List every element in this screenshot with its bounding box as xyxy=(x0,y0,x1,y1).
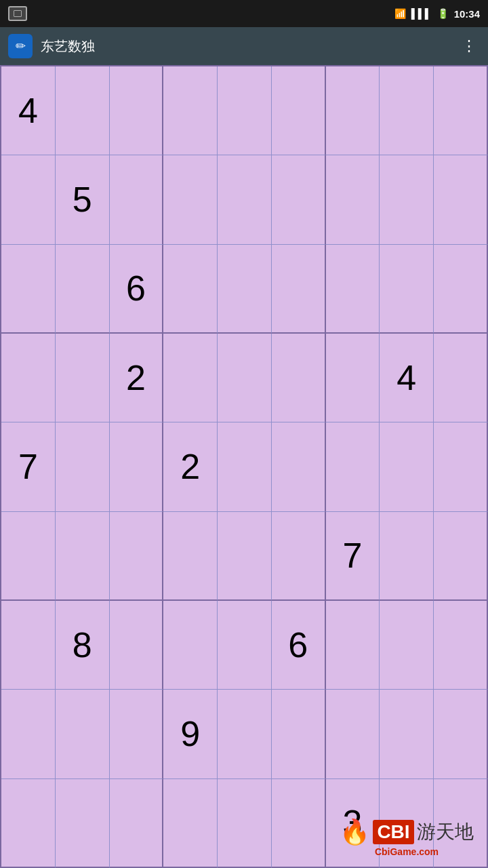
app-icon xyxy=(8,34,33,58)
cell-8-2[interactable] xyxy=(110,779,164,868)
cell-7-4[interactable] xyxy=(218,690,272,778)
cell-5-1[interactable] xyxy=(56,512,110,601)
cell-4-8[interactable] xyxy=(434,422,488,511)
cell-5-7[interactable] xyxy=(380,512,434,601)
cell-8-3[interactable] xyxy=(163,779,218,868)
cell-2-2[interactable]: 6 xyxy=(110,245,164,334)
cell-2-7[interactable] xyxy=(380,245,434,334)
cell-5-5[interactable] xyxy=(272,512,326,601)
cell-8-0[interactable] xyxy=(1,779,56,868)
cell-5-3[interactable] xyxy=(163,512,218,601)
cell-2-5[interactable] xyxy=(272,245,326,334)
cell-1-2[interactable] xyxy=(110,155,164,244)
cell-4-5[interactable] xyxy=(272,422,326,511)
status-left xyxy=(8,0,27,27)
cell-0-4[interactable] xyxy=(218,66,272,155)
cell-3-6[interactable] xyxy=(326,334,380,422)
status-time: 10:34 xyxy=(454,8,480,20)
cell-1-1[interactable]: 5 xyxy=(56,155,110,244)
cell-5-6[interactable]: 7 xyxy=(326,512,380,601)
cell-2-4[interactable] xyxy=(218,245,272,334)
cell-0-0[interactable]: 4 xyxy=(1,66,56,155)
cell-5-2[interactable] xyxy=(110,512,164,601)
cell-3-1[interactable] xyxy=(56,334,110,422)
cell-7-0[interactable] xyxy=(1,690,56,778)
cell-3-5[interactable] xyxy=(272,334,326,422)
cell-5-4[interactable] xyxy=(218,512,272,601)
cell-8-5[interactable] xyxy=(272,779,326,868)
cell-3-3[interactable] xyxy=(163,334,218,422)
cell-7-6[interactable] xyxy=(326,690,380,778)
cell-7-1[interactable] xyxy=(56,690,110,778)
cell-3-2[interactable]: 2 xyxy=(110,334,164,422)
cell-3-8[interactable] xyxy=(434,334,488,422)
cell-7-7[interactable] xyxy=(380,690,434,778)
cell-8-1[interactable] xyxy=(56,779,110,868)
sudoku-grid-area: 456247278693 🔥 CBI 游天地 CbiGame.com xyxy=(0,65,488,868)
sudoku-grid[interactable]: 456247278693 xyxy=(0,65,488,868)
cell-4-4[interactable] xyxy=(218,422,272,511)
signal-icon: ▌▌▌ xyxy=(411,8,432,19)
overflow-menu-button[interactable]: ⋮ xyxy=(462,37,477,55)
cell-3-4[interactable] xyxy=(218,334,272,422)
cell-4-3[interactable]: 2 xyxy=(163,422,218,511)
cell-2-1[interactable] xyxy=(56,245,110,334)
app-bar: 东艺数独 ⋮ xyxy=(0,27,488,65)
cell-6-1[interactable]: 8 xyxy=(56,601,110,690)
cell-8-7[interactable] xyxy=(380,779,434,868)
cell-1-6[interactable] xyxy=(326,155,380,244)
cell-6-8[interactable] xyxy=(434,601,488,690)
cell-1-7[interactable] xyxy=(380,155,434,244)
cell-1-4[interactable] xyxy=(218,155,272,244)
battery-icon: 🔋 xyxy=(437,8,449,19)
screenshot-icon xyxy=(8,6,27,21)
cell-5-0[interactable] xyxy=(1,512,56,601)
cell-4-7[interactable] xyxy=(380,422,434,511)
cell-0-2[interactable] xyxy=(110,66,164,155)
cell-2-8[interactable] xyxy=(434,245,488,334)
cell-4-6[interactable] xyxy=(326,422,380,511)
cell-6-3[interactable] xyxy=(163,601,218,690)
cell-1-3[interactable] xyxy=(163,155,218,244)
cell-1-5[interactable] xyxy=(272,155,326,244)
cell-6-5[interactable]: 6 xyxy=(272,601,326,690)
cell-6-6[interactable] xyxy=(326,601,380,690)
cell-0-6[interactable] xyxy=(326,66,380,155)
cell-4-1[interactable] xyxy=(56,422,110,511)
cell-3-7[interactable]: 4 xyxy=(380,334,434,422)
cell-8-6[interactable]: 3 xyxy=(326,779,380,868)
cell-6-4[interactable] xyxy=(218,601,272,690)
app-title: 东艺数独 xyxy=(41,37,95,56)
wifi-icon: 📶 xyxy=(394,8,406,19)
cell-4-2[interactable] xyxy=(110,422,164,511)
cell-6-0[interactable] xyxy=(1,601,56,690)
cell-7-2[interactable] xyxy=(110,690,164,778)
cell-0-5[interactable] xyxy=(272,66,326,155)
cell-0-7[interactable] xyxy=(380,66,434,155)
cell-2-3[interactable] xyxy=(163,245,218,334)
cell-3-0[interactable] xyxy=(1,334,56,422)
cell-0-1[interactable] xyxy=(56,66,110,155)
cell-8-4[interactable] xyxy=(218,779,272,868)
cell-0-8[interactable] xyxy=(434,66,488,155)
cell-7-8[interactable] xyxy=(434,690,488,778)
cell-1-0[interactable] xyxy=(1,155,56,244)
cell-4-0[interactable]: 7 xyxy=(1,422,56,511)
cell-8-8[interactable] xyxy=(434,779,488,868)
cell-1-8[interactable] xyxy=(434,155,488,244)
status-bar: 📶 ▌▌▌ 🔋 10:34 xyxy=(0,0,488,27)
cell-7-3[interactable]: 9 xyxy=(163,690,218,778)
cell-6-7[interactable] xyxy=(380,601,434,690)
cell-6-2[interactable] xyxy=(110,601,164,690)
cell-5-8[interactable] xyxy=(434,512,488,601)
cell-2-6[interactable] xyxy=(326,245,380,334)
cell-7-5[interactable] xyxy=(272,690,326,778)
cell-2-0[interactable] xyxy=(1,245,56,334)
cell-0-3[interactable] xyxy=(163,66,218,155)
